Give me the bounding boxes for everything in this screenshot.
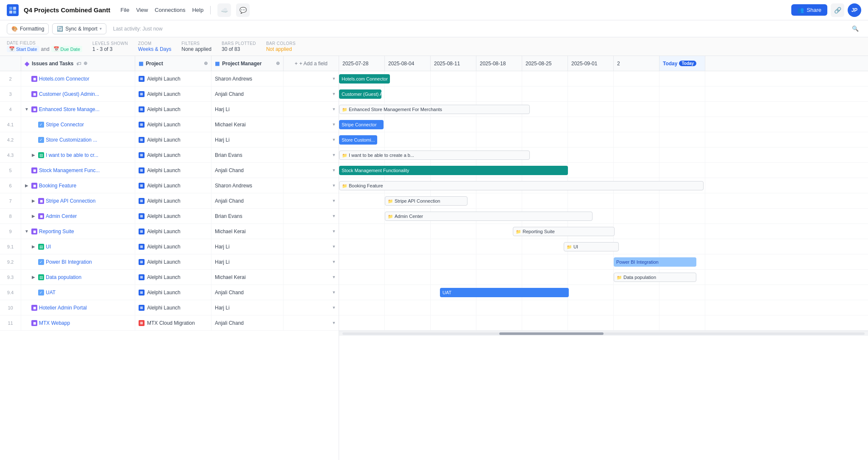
expand-btn[interactable]: ▶ xyxy=(31,198,36,204)
row-dropdown-icon[interactable]: ▾ xyxy=(333,229,335,234)
scrollbar-track[interactable] xyxy=(342,332,865,335)
task-icon: ◼ xyxy=(31,229,37,234)
task-link[interactable]: Enhanced Store Manage... xyxy=(39,106,100,112)
gantt-row: UAT xyxy=(339,285,868,300)
row-manager-cell: Sharon Andrews xyxy=(211,71,284,86)
expand-btn[interactable]: ▶ xyxy=(31,152,36,158)
row-dropdown-icon[interactable]: ▾ xyxy=(333,213,335,219)
row-number: 4.2 xyxy=(0,132,21,147)
gantt-bar[interactable]: 📁Stripe API Connection xyxy=(385,196,467,206)
gantt-bar[interactable]: 📁UI xyxy=(564,242,619,251)
row-chevron-cell: ▾ xyxy=(284,148,339,162)
task-link[interactable]: Power BI Integration xyxy=(46,259,92,265)
row-dropdown-icon[interactable]: ▾ xyxy=(333,137,335,142)
gantt-bar[interactable]: 📁Booking Feature xyxy=(339,181,704,190)
task-link[interactable]: Stripe API Connection xyxy=(46,198,95,204)
row-dropdown-icon[interactable]: ▾ xyxy=(333,106,335,112)
row-dropdown-icon[interactable]: ▾ xyxy=(333,152,335,158)
task-link[interactable]: I want to be able to cr... xyxy=(46,152,98,158)
gantt-bar[interactable]: Stock Management Functionality xyxy=(339,166,568,175)
row-project-cell: ▦ Alelphi Launch xyxy=(135,71,211,86)
filter-col-icon[interactable]: ⊕ xyxy=(83,61,87,66)
cloud-button[interactable]: ☁️ xyxy=(217,3,231,17)
menu-help[interactable]: Help xyxy=(192,5,203,15)
row-dropdown-icon[interactable]: ▾ xyxy=(333,274,335,280)
expand-btn[interactable]: ▼ xyxy=(24,106,30,112)
calendar-icon: 📅 xyxy=(9,46,15,52)
manager-filter-icon[interactable]: ⊕ xyxy=(276,61,280,66)
row-project-cell: ▦ MTX Cloud Migration xyxy=(135,315,211,330)
row-number: 4.1 xyxy=(0,117,21,132)
top-bar: Q4 Projects Combined Gantt File View Con… xyxy=(0,0,868,20)
expand-btn[interactable]: ▶ xyxy=(31,244,36,250)
task-link[interactable]: Stock Management Func... xyxy=(39,167,100,173)
gantt-cell xyxy=(522,315,568,330)
task-link[interactable]: Admin Center xyxy=(46,213,77,219)
chat-button[interactable]: 💬 xyxy=(236,3,250,17)
expand-btn[interactable]: ▼ xyxy=(24,229,30,234)
project-filter-icon[interactable]: ⊕ xyxy=(204,61,208,66)
gantt-cell xyxy=(339,239,385,254)
task-link[interactable]: Hotelier Admin Portal xyxy=(39,305,87,311)
task-link[interactable]: MTX Webapp xyxy=(39,320,70,326)
table-row: 4.1 ✓ Stripe Connector ▦ Alelphi Launch … xyxy=(0,117,339,132)
sync-button[interactable]: 🔄 Sync & Import ▾ xyxy=(52,23,106,34)
start-date-chip[interactable]: 📅 Start Date xyxy=(7,46,39,52)
row-dropdown-icon[interactable]: ▾ xyxy=(333,76,335,81)
menu-connections[interactable]: Connections xyxy=(155,5,185,15)
row-dropdown-icon[interactable]: ▾ xyxy=(333,290,335,295)
gantt-bar[interactable]: Stripe Connector xyxy=(339,120,384,129)
gantt-scrollbar[interactable] xyxy=(339,331,868,336)
task-link[interactable]: Stripe Connector xyxy=(46,122,84,128)
expand-btn[interactable]: ▶ xyxy=(31,213,36,219)
row-dropdown-icon[interactable]: ▾ xyxy=(333,183,335,188)
link-button[interactable]: 🔗 xyxy=(831,3,844,17)
row-dropdown-icon[interactable]: ▾ xyxy=(333,259,335,265)
gantt-bar[interactable]: UAT xyxy=(440,288,569,297)
expand-btn[interactable]: ▶ xyxy=(31,274,36,280)
gantt-bar[interactable]: Hotels.com Connector xyxy=(339,74,390,84)
gantt-bar[interactable]: 📁Data population xyxy=(614,273,696,282)
search-button[interactable]: 🔍 xyxy=(849,23,861,35)
share-button[interactable]: 👥 Share xyxy=(791,4,827,16)
task-link[interactable]: Hotels.com Connector xyxy=(39,76,89,82)
row-dropdown-icon[interactable]: ▾ xyxy=(333,198,335,204)
menu-view[interactable]: View xyxy=(136,5,148,15)
add-field-button[interactable]: + + Add a field xyxy=(291,59,331,68)
row-chevron-cell: ▾ xyxy=(284,224,339,239)
gantt-bar[interactable]: 📁Reporting Suite xyxy=(513,227,615,236)
zoom-group[interactable]: Zoom Weeks & Days xyxy=(138,41,171,52)
gantt-bar[interactable]: 📁I want to be able to create a b... xyxy=(339,151,530,160)
expand-btn[interactable]: ▶ xyxy=(24,183,30,189)
row-task-cell: ▶ ◼ Stripe API Connection xyxy=(21,193,135,208)
bar-colors-group[interactable]: Bar colors Not applied xyxy=(266,41,296,52)
row-dropdown-icon[interactable]: ▾ xyxy=(333,244,335,249)
formatting-button[interactable]: 🎨 Formatting xyxy=(7,23,49,34)
task-link[interactable]: UAT xyxy=(46,290,56,296)
bar-label: Admin Center xyxy=(395,214,423,219)
gantt-bar[interactable]: Store Customi... xyxy=(339,135,377,145)
row-dropdown-icon[interactable]: ▾ xyxy=(333,167,335,173)
task-link[interactable]: Store Customization ... xyxy=(46,137,97,143)
gantt-bar[interactable]: Power BI Integration xyxy=(614,257,696,267)
folder-icon: 📁 xyxy=(342,184,347,188)
gantt-bar[interactable]: 📁Enhanced Store Management For Merchants xyxy=(339,105,530,114)
task-link[interactable]: Data population xyxy=(46,274,81,280)
menu-file[interactable]: File xyxy=(120,5,129,15)
gantt-cell xyxy=(568,300,614,315)
row-dropdown-icon[interactable]: ▾ xyxy=(333,305,335,310)
task-link[interactable]: Customer (Guest) Admin... xyxy=(39,91,99,97)
task-link[interactable]: UI xyxy=(46,244,51,250)
gantt-bar[interactable]: Customer (Guest) Admin Portal xyxy=(339,89,381,99)
task-link[interactable]: Reporting Suite xyxy=(39,229,74,234)
gantt-bar[interactable]: 📁Admin Center xyxy=(385,212,593,221)
row-task-cell: ✓ Power BI Integration xyxy=(21,254,135,269)
task-link[interactable]: Booking Feature xyxy=(39,183,76,189)
scrollbar-thumb[interactable] xyxy=(499,332,604,335)
row-dropdown-icon[interactable]: ▾ xyxy=(333,320,335,326)
row-dropdown-icon[interactable]: ▾ xyxy=(333,91,335,97)
row-dropdown-icon[interactable]: ▾ xyxy=(333,122,335,127)
filters-group[interactable]: Filters None applied xyxy=(181,41,211,52)
due-date-chip[interactable]: 📅 Due Date xyxy=(51,46,82,52)
table-row: 7 ▶ ◼ Stripe API Connection ▦ Alelphi La… xyxy=(0,193,339,209)
